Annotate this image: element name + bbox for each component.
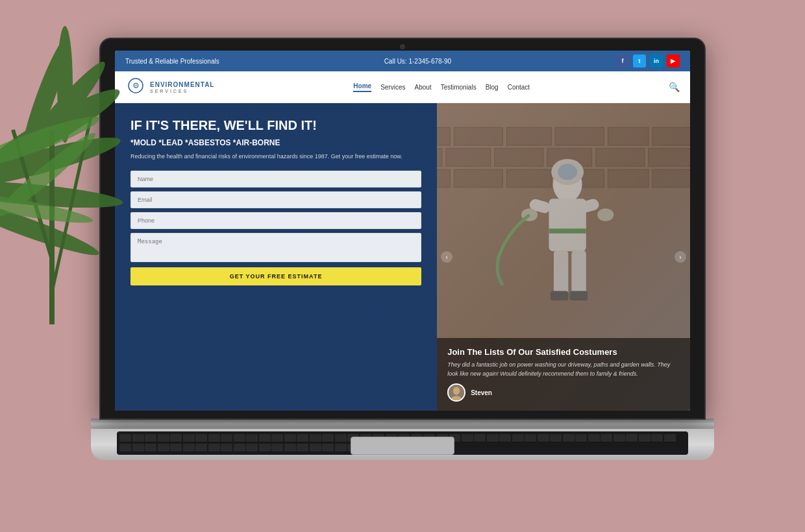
svg-rect-46	[549, 228, 586, 233]
key	[613, 434, 625, 442]
svg-rect-19	[556, 127, 604, 145]
svg-rect-21	[652, 127, 690, 145]
nav-contact[interactable]: Contact	[508, 84, 530, 91]
key	[550, 434, 562, 442]
svg-rect-27	[649, 149, 690, 166]
svg-text:⚙: ⚙	[132, 81, 140, 90]
svg-rect-23	[446, 149, 491, 166]
top-bar: Trusted & Reliable Professionals Call Us…	[115, 51, 690, 71]
key	[297, 434, 308, 442]
key	[170, 434, 182, 442]
key	[221, 434, 232, 442]
svg-rect-24	[495, 149, 543, 166]
key	[639, 434, 650, 442]
author-name: Steven	[471, 389, 492, 396]
key	[246, 444, 258, 452]
svg-line-8	[13, 130, 52, 260]
nav-testimonials[interactable]: Testimonials	[441, 84, 477, 91]
svg-rect-45	[570, 291, 588, 300]
key	[158, 444, 169, 452]
hero-title: IF IT'S THERE, WE'LL FIND IT!	[130, 117, 421, 133]
key	[487, 434, 499, 442]
key	[525, 434, 536, 442]
key	[246, 434, 258, 442]
key	[221, 444, 232, 452]
svg-point-4	[15, 33, 77, 162]
phone-input[interactable]	[130, 212, 421, 229]
testimonial-author: Steven	[447, 383, 680, 402]
next-arrow[interactable]: ›	[675, 251, 686, 263]
key	[183, 444, 195, 452]
key	[208, 444, 220, 452]
key	[512, 434, 524, 442]
key	[297, 444, 308, 452]
key	[499, 434, 511, 442]
svg-rect-30	[507, 169, 552, 187]
phone-number: 1-2345-678-90	[408, 58, 451, 65]
hero-content: IF IT'S THERE, WE'LL FIND IT! *MOLD *LEA…	[130, 117, 421, 285]
hero-left: IF IT'S THERE, WE'LL FIND IT! *MOLD *LEA…	[115, 103, 437, 411]
key	[335, 434, 347, 442]
testimonial-title: Join The Lists Of Our Satisfied Costumer…	[447, 347, 680, 357]
key	[195, 434, 207, 442]
key	[310, 444, 321, 452]
logo-sub: SERVICES	[150, 89, 214, 93]
email-input[interactable]	[130, 191, 421, 208]
laptop-screen: Trusted & Reliable Professionals Call Us…	[115, 51, 690, 411]
key	[563, 434, 575, 442]
key	[651, 434, 663, 442]
nav-blog[interactable]: Blog	[486, 84, 499, 91]
logo[interactable]: ⚙ ENVIRONMENTAL SERVICES	[125, 77, 214, 97]
svg-rect-29	[454, 169, 503, 187]
hero-right: Join The Lists Of Our Satisfied Costumer…	[437, 103, 690, 411]
hero-description: Reducing the health and financial risks …	[130, 152, 421, 162]
nav-home[interactable]: Home	[353, 82, 371, 92]
key	[284, 444, 296, 452]
key	[158, 434, 169, 442]
twitter-icon[interactable]: t	[633, 54, 646, 67]
svg-rect-26	[596, 149, 645, 166]
key	[259, 434, 271, 442]
svg-rect-16	[437, 127, 450, 145]
key	[271, 434, 283, 442]
key	[626, 434, 638, 442]
svg-point-12	[0, 187, 94, 228]
social-links: f t in ▶	[616, 54, 680, 67]
key	[119, 434, 131, 442]
testimonial-text: They did a fantastic job on power washin…	[447, 361, 680, 378]
nav-services[interactable]: Services	[380, 84, 405, 91]
svg-point-48	[453, 387, 460, 394]
svg-rect-20	[608, 127, 649, 145]
svg-point-41	[597, 208, 613, 221]
touchpad[interactable]	[351, 437, 454, 455]
search-icon[interactable]: 🔍	[669, 82, 680, 92]
message-input[interactable]	[130, 233, 421, 262]
estimate-button[interactable]: GET YOUR FREE ESTIMATE	[130, 267, 421, 285]
hero-section: IF IT'S THERE, WE'LL FIND IT! *MOLD *LEA…	[115, 103, 690, 411]
nav-about[interactable]: About	[414, 84, 431, 91]
key	[145, 444, 156, 452]
camera	[400, 44, 405, 49]
svg-point-5	[0, 192, 103, 262]
youtube-icon[interactable]: ▶	[667, 54, 680, 67]
prev-arrow[interactable]: ‹	[441, 251, 452, 263]
svg-point-10	[0, 109, 103, 176]
logo-name: ENVIRONMENTAL	[150, 81, 214, 89]
key	[462, 434, 473, 442]
facebook-icon[interactable]: f	[616, 54, 629, 67]
svg-rect-32	[608, 169, 649, 187]
name-input[interactable]	[130, 171, 421, 187]
svg-point-11	[0, 127, 101, 223]
svg-point-36	[558, 164, 577, 180]
key	[322, 444, 334, 452]
laptop-hinge	[91, 418, 714, 429]
linkedin-icon[interactable]: in	[650, 54, 663, 67]
key	[170, 444, 182, 452]
logo-text-block: ENVIRONMENTAL SERVICES	[150, 81, 214, 93]
tagline: Trusted & Reliable Professionals	[125, 58, 219, 65]
key	[664, 434, 676, 442]
key	[132, 434, 144, 442]
svg-line-9	[52, 117, 91, 292]
svg-rect-22	[437, 149, 442, 166]
laptop-base: // We'll generate keys via JS below	[91, 429, 714, 460]
